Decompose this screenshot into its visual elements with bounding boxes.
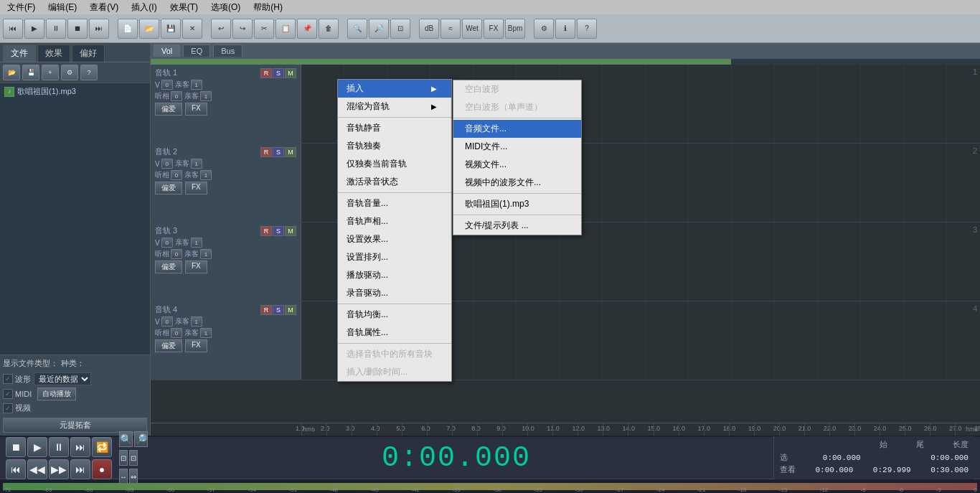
ctx-insert-arrow: ▶ (431, 85, 437, 93)
sub-sep-3 (453, 215, 581, 215)
ctx-vol[interactable]: 音轨音量... (338, 194, 451, 212)
sub-sep-1 (453, 118, 581, 118)
ctx-mixdown-label: 混缩为音轨 (347, 100, 390, 113)
ctx-recdrv[interactable]: 录音驱动... (338, 284, 451, 302)
ctx-setfx[interactable]: 设置效果... (338, 230, 451, 248)
sub-file-list[interactable]: 文件/提示列表 ... (453, 217, 581, 235)
ctx-mute[interactable]: 音轨静音 (338, 119, 451, 137)
ctx-props[interactable]: 音轨属性... (338, 324, 451, 342)
ctx-eq[interactable]: 音轨均衡... (338, 306, 451, 324)
ctx-pan[interactable]: 音轨声相... (338, 212, 451, 230)
sub-blank-wave-mono: 空白波形（单声道） (453, 98, 581, 116)
ctx-sep-4 (338, 343, 451, 344)
submenu-insert: 空白波形 空白波形（单声道） 音频文件... MIDI文件... 视频文件...… (453, 80, 582, 235)
ctx-mixdown-arrow: ▶ (431, 103, 437, 111)
ctx-solo[interactable]: 音轨独奏 (338, 137, 451, 155)
ctx-solo-only[interactable]: 仅独奏当前音轨 (338, 155, 451, 173)
ctx-insert[interactable]: 插入 ▶ (338, 80, 451, 98)
ctx-sep-3 (338, 304, 451, 304)
sub-recent-file[interactable]: 歌唱祖国(1).mp3 (453, 195, 581, 213)
ctx-sep-1 (338, 117, 451, 118)
sub-sep-2 (453, 193, 581, 194)
ctx-setqueue[interactable]: 设置排列... (338, 248, 451, 266)
sub-midi-file[interactable]: MIDI文件... (453, 138, 581, 156)
ctx-selall: 选择音轨中的所有音块 (338, 345, 451, 363)
ctx-playdrv[interactable]: 播放驱动... (338, 266, 451, 284)
context-menu-overlay[interactable]: 插入 ▶ 混缩为音轨 ▶ 音轨静音 音轨独奏 仅独奏当前音轨 激活录音状态 音轨… (0, 0, 980, 493)
ctx-instime: 插入/删除时间... (338, 363, 451, 381)
ctx-mixdown[interactable]: 混缩为音轨 ▶ (338, 98, 451, 116)
context-menu: 插入 ▶ 混缩为音轨 ▶ 音轨静音 音轨独奏 仅独奏当前音轨 激活录音状态 音轨… (337, 79, 452, 382)
ctx-insert-label: 插入 (347, 83, 364, 95)
sub-video-wave[interactable]: 视频中的波形文件... (453, 174, 581, 192)
sub-audio-file[interactable]: 音频文件... (453, 120, 581, 138)
ctx-arm[interactable]: 激活录音状态 (338, 173, 451, 191)
ctx-sep-2 (338, 192, 451, 193)
sub-blank-wave: 空白波形 (453, 80, 581, 98)
sub-video-file[interactable]: 视频文件... (453, 156, 581, 174)
